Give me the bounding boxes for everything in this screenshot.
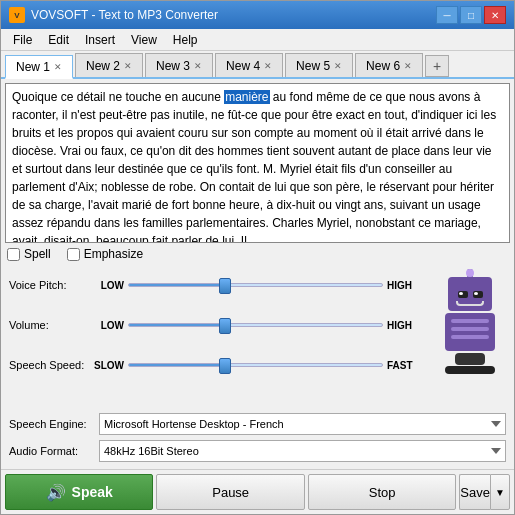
voice-pitch-high: HIGH — [387, 280, 422, 291]
volume-fill — [129, 324, 225, 326]
speech-speed-track[interactable] — [128, 363, 383, 367]
tab-new3-label: New 3 — [156, 59, 190, 73]
add-tab-button[interactable]: + — [425, 55, 449, 77]
menu-view[interactable]: View — [123, 31, 165, 49]
robot-line-1 — [451, 319, 489, 323]
robot-eye-right — [473, 291, 483, 298]
emphasize-label: Emphasize — [84, 247, 143, 261]
speech-speed-row: Speech Speed: SLOW FAST — [5, 345, 426, 385]
voice-pitch-low: LOW — [89, 280, 124, 291]
robot-line-3 — [451, 335, 489, 339]
robot-stand — [445, 366, 495, 374]
audio-format-label: Audio Format: — [9, 445, 99, 457]
editor-text: Quoique ce détail ne touche en aucune ma… — [12, 88, 503, 243]
voice-pitch-row: Voice Pitch: LOW HIGH — [5, 265, 426, 305]
tab-new5-label: New 5 — [296, 59, 330, 73]
save-group: Save ▼ — [459, 474, 510, 510]
volume-row: Volume: LOW HIGH — [5, 305, 426, 345]
pause-button[interactable]: Pause — [156, 474, 304, 510]
tab-new4-label: New 4 — [226, 59, 260, 73]
tab-new6-close[interactable]: ✕ — [404, 61, 412, 71]
speaker-icon: 🔊 — [46, 483, 66, 502]
emphasize-checkbox-label[interactable]: Emphasize — [67, 247, 143, 261]
tab-new3-close[interactable]: ✕ — [194, 61, 202, 71]
tab-new5-close[interactable]: ✕ — [334, 61, 342, 71]
tab-new1-label: New 1 — [16, 60, 50, 74]
voice-pitch-label: Voice Pitch: — [9, 279, 89, 291]
spell-checkbox-label[interactable]: Spell — [7, 247, 51, 261]
tab-new3[interactable]: New 3 ✕ — [145, 53, 213, 77]
tab-new2-close[interactable]: ✕ — [124, 61, 132, 71]
tab-new6-label: New 6 — [366, 59, 400, 73]
tab-new2-label: New 2 — [86, 59, 120, 73]
speech-speed-slow: SLOW — [89, 360, 124, 371]
tab-new5[interactable]: New 5 ✕ — [285, 53, 353, 77]
robot-image — [430, 265, 510, 410]
robot-body — [445, 313, 495, 351]
speech-speed-thumb[interactable] — [219, 358, 231, 374]
checkboxes-row: Spell Emphasize — [5, 243, 510, 265]
text-editor[interactable]: Quoique ce détail ne touche en aucune ma… — [5, 83, 510, 243]
robot-base — [455, 353, 485, 365]
robot-body-lines — [451, 319, 489, 343]
window-controls: ─ □ ✕ — [436, 6, 506, 24]
voice-pitch-fill — [129, 284, 225, 286]
menu-edit[interactable]: Edit — [40, 31, 77, 49]
close-button[interactable]: ✕ — [484, 6, 506, 24]
title-bar: V VOVSOFT - Text to MP3 Converter ─ □ ✕ — [1, 1, 514, 29]
spell-label: Spell — [24, 247, 51, 261]
robot-head — [448, 277, 492, 311]
text-before-highlight: Quoique ce détail ne touche en aucune — [12, 90, 224, 104]
volume-label: Volume: — [9, 319, 89, 331]
dropdowns-section: Speech Engine: Microsoft Hortense Deskto… — [5, 410, 510, 465]
text-rest: Vrai ou faux, ce qu'on dit des hommes ti… — [12, 144, 494, 243]
voice-pitch-track[interactable] — [128, 283, 383, 287]
audio-format-select[interactable]: 48kHz 16Bit Stereo — [99, 440, 506, 462]
audio-format-row: Audio Format: 48kHz 16Bit Stereo — [9, 439, 506, 463]
content-area: Quoique ce détail ne touche en aucune ma… — [1, 79, 514, 469]
menu-file[interactable]: File — [5, 31, 40, 49]
emphasize-checkbox[interactable] — [67, 248, 80, 261]
minimize-button[interactable]: ─ — [436, 6, 458, 24]
volume-track[interactable] — [128, 323, 383, 327]
tab-new4-close[interactable]: ✕ — [264, 61, 272, 71]
speech-speed-fill — [129, 364, 225, 366]
robot-mouth — [456, 301, 484, 306]
tab-new2[interactable]: New 2 ✕ — [75, 53, 143, 77]
robot-antenna — [467, 269, 473, 277]
save-dropdown-button[interactable]: ▼ — [490, 474, 510, 510]
speech-speed-label: Speech Speed: — [9, 359, 89, 371]
volume-high: HIGH — [387, 320, 422, 331]
menu-help[interactable]: Help — [165, 31, 206, 49]
speech-engine-select[interactable]: Microsoft Hortense Desktop - French — [99, 413, 506, 435]
tab-new1-close[interactable]: ✕ — [54, 62, 62, 72]
volume-thumb[interactable] — [219, 318, 231, 334]
robot-eye-left — [458, 291, 468, 298]
speech-engine-label: Speech Engine: — [9, 418, 99, 430]
save-arrow-icon: ▼ — [495, 487, 505, 498]
speak-label: Speak — [72, 484, 113, 500]
maximize-button[interactable]: □ — [460, 6, 482, 24]
highlighted-word: manière — [224, 90, 269, 104]
controls-section: Voice Pitch: LOW HIGH Volume: LOW — [5, 265, 510, 410]
sliders-panel: Voice Pitch: LOW HIGH Volume: LOW — [5, 265, 426, 410]
tab-new6[interactable]: New 6 ✕ — [355, 53, 423, 77]
window-title: VOVSOFT - Text to MP3 Converter — [31, 8, 436, 22]
robot-graphic — [440, 273, 500, 374]
stop-button[interactable]: Stop — [308, 474, 456, 510]
menu-bar: File Edit Insert View Help — [1, 29, 514, 51]
speak-button[interactable]: 🔊 Speak — [5, 474, 153, 510]
speech-engine-row: Speech Engine: Microsoft Hortense Deskto… — [9, 412, 506, 436]
save-button[interactable]: Save — [459, 474, 490, 510]
bottom-buttons: 🔊 Speak Pause Stop Save ▼ — [1, 469, 514, 514]
voice-pitch-thumb[interactable] — [219, 278, 231, 294]
spell-checkbox[interactable] — [7, 248, 20, 261]
tab-new4[interactable]: New 4 ✕ — [215, 53, 283, 77]
main-window: V VOVSOFT - Text to MP3 Converter ─ □ ✕ … — [0, 0, 515, 515]
tab-new1[interactable]: New 1 ✕ — [5, 55, 73, 79]
speech-speed-fast: FAST — [387, 360, 422, 371]
robot-line-2 — [451, 327, 489, 331]
app-icon: V — [9, 7, 25, 23]
tabs-bar: New 1 ✕ New 2 ✕ New 3 ✕ New 4 ✕ New 5 ✕ … — [1, 51, 514, 79]
menu-insert[interactable]: Insert — [77, 31, 123, 49]
